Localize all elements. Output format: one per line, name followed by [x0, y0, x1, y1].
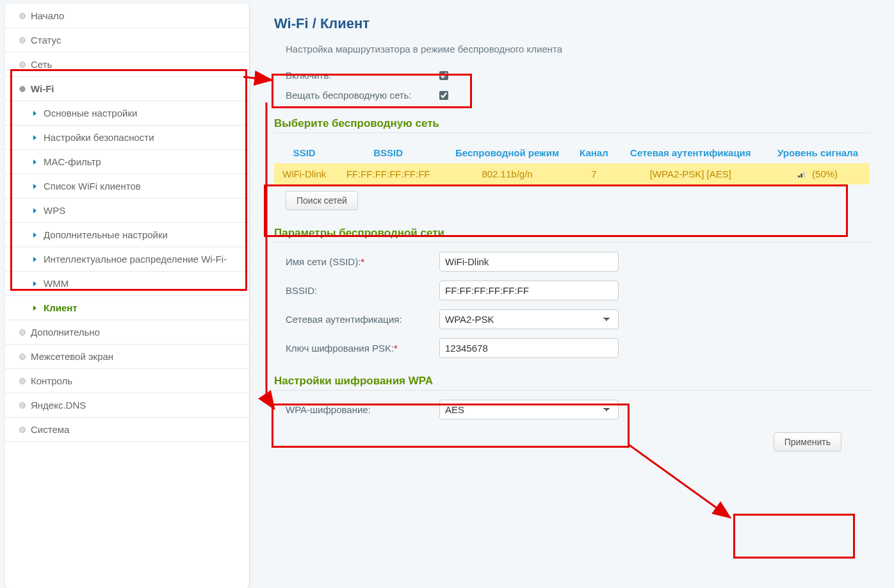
sub-item-5[interactable]: Дополнительные настройки	[5, 223, 249, 247]
auth-field-label: Сетевая аутентификация:	[286, 314, 439, 325]
page-subtitle: Настройка маршрутизатора в режиме беспро…	[286, 44, 870, 54]
enable-checkbox[interactable]	[439, 71, 448, 80]
wpa-enc-select[interactable]: AES	[439, 400, 619, 420]
apply-button[interactable]: Применить	[774, 432, 841, 452]
ssid-label: Имя сети (SSID):*	[286, 256, 439, 267]
psk-label: Ключ шифрования PSK:*	[286, 343, 439, 354]
auth-select[interactable]: WPA2-PSK	[439, 309, 619, 329]
sub-item-6[interactable]: Интеллектуальное распределение Wi-Fi-	[5, 247, 249, 272]
bssid-input[interactable]	[439, 281, 619, 300]
nav-item-1[interactable]: Статус	[5, 28, 249, 53]
sub-item-4[interactable]: WPS	[5, 199, 249, 223]
nav-item-4[interactable]: Дополнительно	[5, 320, 249, 345]
sub-item-2[interactable]: MAC-фильтр	[5, 150, 249, 174]
nav-item-7[interactable]: Яндекс.DNS	[5, 393, 249, 418]
col-signal[interactable]: Уровень сигнала	[766, 142, 870, 163]
cell-ssid: WiFi-Dlink	[274, 163, 334, 184]
breadcrumb-wifi: Wi-Fi	[274, 15, 309, 31]
enable-label: Включить:	[286, 70, 439, 81]
col-channel[interactable]: Канал	[573, 142, 615, 163]
search-networks-button[interactable]: Поиск сетей	[286, 191, 358, 210]
psk-input[interactable]	[439, 338, 619, 358]
col-mode[interactable]: Беспроводной режим	[442, 142, 573, 163]
network-row[interactable]: WiFi-Dlink FF:FF:FF:FF:FF:FF 802.11b/g/n…	[274, 163, 870, 184]
params-heading: Параметры беспроводной сети	[274, 227, 870, 243]
cell-mode: 802.11b/g/n	[442, 163, 573, 184]
cell-channel: 7	[573, 163, 615, 184]
sub-item-8[interactable]: Клиент	[5, 296, 249, 320]
broadcast-checkbox[interactable]	[439, 91, 448, 100]
select-network-heading: Выберите беспроводную сеть	[274, 117, 870, 133]
svg-line-4	[628, 444, 730, 518]
wpa-heading: Настройки шифрования WPA	[274, 375, 870, 391]
network-table: SSID BSSID Беспроводной режим Канал Сете…	[274, 142, 870, 184]
cell-auth: [WPA2-PSK] [AES]	[615, 163, 766, 184]
nav-item-2[interactable]: Сеть	[5, 53, 249, 77]
wpa-enc-label: WPA-шифрование:	[286, 404, 439, 415]
col-ssid[interactable]: SSID	[274, 142, 334, 163]
sub-item-7[interactable]: WMM	[5, 272, 249, 296]
ssid-input[interactable]	[439, 252, 619, 272]
nav-item-0[interactable]: Начало	[5, 4, 249, 28]
broadcast-label: Вещать беспроводную сеть:	[286, 90, 439, 101]
nav-item-6[interactable]: Контроль	[5, 369, 249, 393]
col-bssid[interactable]: BSSID	[334, 142, 442, 163]
col-auth[interactable]: Сетевая аутентификация	[615, 142, 766, 163]
cell-bssid: FF:FF:FF:FF:FF:FF	[334, 163, 442, 184]
nav-item-5[interactable]: Межсетевой экран	[5, 345, 249, 369]
signal-icon	[798, 171, 807, 177]
breadcrumb-client: Клиент	[320, 15, 370, 31]
nav-item-3[interactable]: Wi-Fi	[5, 77, 249, 101]
nav-item-8[interactable]: Система	[5, 418, 249, 442]
sub-item-0[interactable]: Основные настройки	[5, 101, 249, 126]
sub-item-3[interactable]: Список WiFi клиентов	[5, 174, 249, 199]
cell-signal: (50%)	[766, 163, 870, 184]
sub-item-1[interactable]: Настройки безопасности	[5, 126, 249, 150]
bssid-field-label: BSSID:	[286, 285, 439, 296]
breadcrumb: Wi-Fi / Клиент	[274, 15, 870, 32]
